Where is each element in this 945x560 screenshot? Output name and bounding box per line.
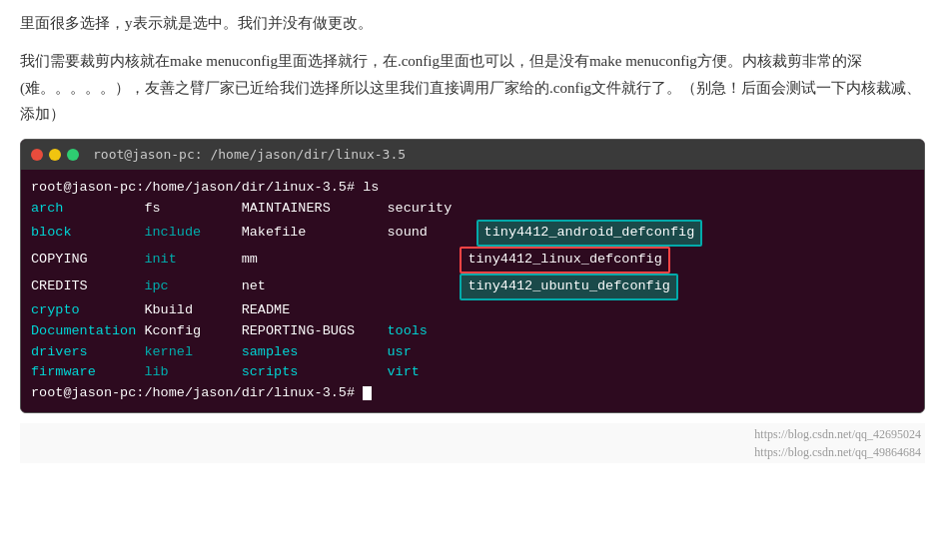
paragraph-1: 里面很多选择，y表示就是选中。我们并没有做更改。	[20, 10, 925, 36]
col-copying: COPYING	[31, 252, 144, 267]
watermark-block: https://blog.csdn.net/qq_42695024 https:…	[20, 423, 925, 463]
col-arch: arch	[31, 201, 144, 216]
ls-row-2: block include Makefile sound tiny4412_an…	[31, 220, 914, 247]
col-drivers: drivers	[31, 344, 144, 359]
col-net: net	[242, 279, 388, 293]
col-include: include	[144, 225, 241, 240]
col-virt: virt	[387, 364, 419, 379]
col-init: init	[144, 252, 241, 267]
col-scripts: scripts	[242, 364, 388, 379]
ls-row-1: arch fs MAINTAINERS security	[31, 199, 914, 220]
watermark-line2: https://blog.csdn.net/qq_49864684	[24, 443, 921, 461]
col-kernel: kernel	[144, 344, 241, 359]
col-maintainers: MAINTAINERS	[242, 201, 388, 216]
col-readme: README	[242, 302, 388, 317]
watermark-line1: https://blog.csdn.net/qq_42695024	[24, 425, 921, 443]
col-ipc: ipc	[144, 279, 241, 293]
highlight-tiny-linux: tiny4412_linux_defconfig	[460, 247, 669, 274]
terminal-prompt-ls: root@jason-pc:/home/jason/dir/linux-3.5#…	[31, 178, 914, 199]
col-lib: lib	[144, 364, 241, 379]
col-empty1	[387, 252, 460, 267]
ls-row-6: Documentation Kconfig REPORTING-BUGS too…	[31, 321, 914, 342]
maximize-button-icon[interactable]	[67, 149, 79, 161]
last-prompt-text: root@jason-pc:/home/jason/dir/linux-3.5#	[31, 385, 363, 400]
terminal-window: root@jason-pc: /home/jason/dir/linux-3.5…	[20, 139, 925, 413]
close-button-icon[interactable]	[31, 149, 43, 161]
col-makefile: Makefile	[242, 225, 388, 240]
col-crypto: crypto	[31, 302, 144, 317]
ls-row-8: firmware lib scripts virt	[31, 362, 914, 383]
para2-text: 我们需要裁剪内核就在make menuconfig里面选择就行，在.config…	[20, 53, 921, 122]
terminal-title: root@jason-pc: /home/jason/dir/linux-3.5	[93, 144, 406, 166]
terminal-prompt-text: root@jason-pc:/home/jason/dir/linux-3.5#…	[31, 180, 379, 195]
col-samples: samples	[242, 344, 388, 359]
col-reporting: REPORTING-BUGS	[242, 323, 388, 338]
col-kbuild: Kbuild	[144, 302, 241, 317]
highlight-tiny-android: tiny4412_android_defconfig	[476, 220, 703, 247]
page-wrapper: 里面很多选择，y表示就是选中。我们并没有做更改。 我们需要裁剪内核就在make …	[0, 0, 945, 473]
ls-row-3: COPYING init mm tiny4412_linux_defconfig	[31, 247, 914, 274]
col-documentation: Documentation	[31, 323, 144, 338]
paragraph-2: 我们需要裁剪内核就在make menuconfig里面选择就行，在.config…	[20, 48, 925, 127]
tiny-android-text: tiny4412_android_defconfig	[484, 225, 695, 240]
ls-row-7: drivers kernel samples usr	[31, 342, 914, 363]
col-tools: tools	[387, 323, 428, 338]
terminal-body[interactable]: root@jason-pc:/home/jason/dir/linux-3.5#…	[21, 170, 924, 412]
col-sound: sound	[387, 225, 460, 240]
terminal-last-line: root@jason-pc:/home/jason/dir/linux-3.5#	[31, 383, 914, 404]
col-fs: fs	[144, 201, 241, 216]
tiny-ubuntu-text: tiny4412_ubuntu_defconfig	[468, 279, 670, 293]
ls-row-5: crypto Kbuild README	[31, 300, 914, 321]
col-credits: CREDITS	[31, 279, 144, 293]
col-mm: mm	[242, 252, 388, 267]
highlight-tiny-ubuntu: tiny4412_ubuntu_defconfig	[460, 274, 678, 300]
col-security: security	[387, 201, 452, 216]
col-firmware: firmware	[31, 364, 144, 379]
ls-row-4: CREDITS ipc net tiny4412_ubuntu_defconfi…	[31, 274, 914, 300]
col-tiny-android	[460, 225, 475, 240]
para1-text: 里面很多选择，y表示就是选中。我们并没有做更改。	[20, 15, 373, 31]
tiny-linux-text: tiny4412_linux_defconfig	[468, 252, 661, 267]
col-empty2	[387, 279, 460, 293]
terminal-cursor	[363, 386, 372, 400]
col-block: block	[31, 225, 144, 240]
col-usr: usr	[387, 344, 411, 359]
minimize-button-icon[interactable]	[49, 149, 61, 161]
terminal-titlebar: root@jason-pc: /home/jason/dir/linux-3.5	[21, 140, 924, 170]
col-kconfig: Kconfig	[144, 323, 241, 338]
